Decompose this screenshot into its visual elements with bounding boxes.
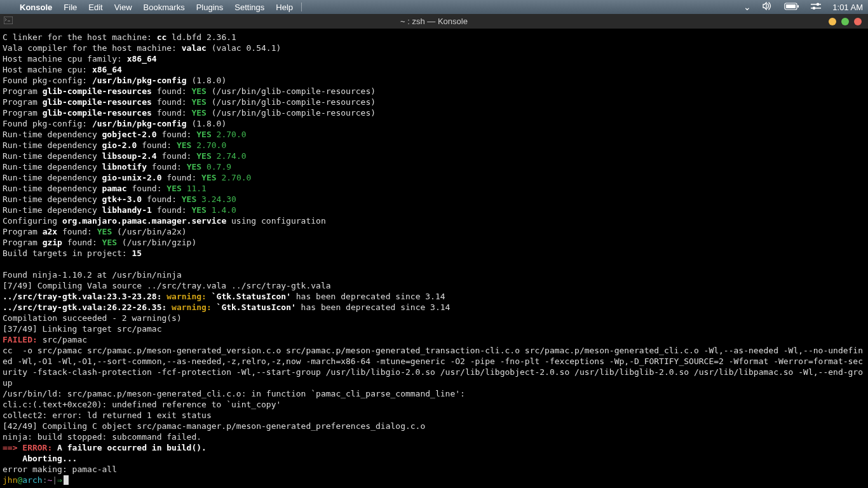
terminal-line: Run-time dependency libnotify found: YES… [3, 161, 865, 172]
terminal-line: cc -o src/pamac src/pamac.p/meson-genera… [3, 345, 865, 388]
terminal-line: Found ninja-1.10.2 at /usr/bin/ninja [3, 269, 865, 280]
menu-bookmarks[interactable]: Bookmarks [138, 3, 191, 12]
terminal-line: error making: pamac-all [3, 464, 865, 475]
window-controls [829, 18, 868, 25]
svg-rect-2 [797, 5, 799, 8]
terminal-line: [7/49] Compiling Vala source ../src/tray… [3, 280, 865, 291]
terminal-viewport[interactable]: C linker for the host machine: cc ld.bfd… [0, 29, 868, 488]
menu-view[interactable]: View [109, 3, 138, 12]
menubar-left: Konsole File Edit View Bookmarks Plugins… [5, 3, 302, 12]
terminal-line: Host machine cpu family: x86_64 [3, 53, 865, 64]
terminal-line: Host machine cpu: x86_64 [3, 64, 865, 75]
terminal-line [3, 259, 865, 269]
terminal-line: Found pkg-config: /usr/bin/pkg-config (1… [3, 118, 865, 129]
terminal-line: Run-time dependency libhandy-1 found: YE… [3, 205, 865, 215]
system-menubar: Konsole File Edit View Bookmarks Plugins… [0, 0, 868, 14]
terminal-line: FAILED: src/pamac [3, 334, 865, 345]
volume-icon[interactable] [763, 2, 773, 12]
terminal-line: Program glib-compile-resources found: YE… [3, 86, 865, 97]
svg-rect-3 [811, 4, 821, 5]
svg-point-6 [813, 6, 816, 10]
terminal-line: Aborting... [3, 453, 865, 464]
terminal-line: Program glib-compile-resources found: YE… [3, 107, 865, 118]
svg-rect-1 [786, 4, 796, 8]
terminal-line: Configuring org.manjaro.pamac.manager.se… [3, 215, 865, 226]
menu-file[interactable]: File [58, 3, 83, 12]
close-button[interactable] [854, 18, 862, 25]
menu-edit[interactable]: Edit [83, 3, 108, 12]
menu-settings[interactable]: Settings [229, 3, 270, 12]
minimize-button[interactable] [829, 18, 836, 25]
control-center-icon[interactable] [811, 2, 821, 12]
battery-icon[interactable] [784, 2, 799, 12]
tabbar-left [0, 17, 13, 26]
terminal-line: ==> ERROR: A failure occurred in build()… [3, 442, 865, 453]
terminal-line: ninja: build stopped: subcommand failed. [3, 431, 865, 442]
window-tabbar: ~ : zsh — Konsole [0, 14, 868, 29]
terminal-line: Build targets in project: 15 [3, 248, 865, 259]
terminal-line: Vala compiler for the host machine: vala… [3, 43, 865, 53]
terminal-line: C linker for the host machine: cc ld.bfd… [3, 32, 865, 43]
terminal-line: ../src/tray-gtk.vala:26.22-26.35: warnin… [3, 302, 865, 313]
terminal-line: [42/49] Compiling C object src/pamac-man… [3, 421, 865, 431]
terminal-line: Run-time dependency gio-2.0 found: YES 2… [3, 140, 865, 151]
app-menu[interactable]: Konsole [14, 3, 58, 12]
menu-separator [301, 3, 302, 11]
prompt-line[interactable]: jhn@arch:~|⇒ [3, 475, 865, 485]
terminal-line: Run-time dependency libsoup-2.4 found: Y… [3, 151, 865, 161]
prompt-pipe: | [52, 475, 57, 485]
terminal-line: Program a2x found: YES (/usr/bin/a2x) [3, 226, 865, 237]
terminal-line: /usr/bin/ld: src/pamac.p/meson-generated… [3, 388, 865, 399]
prompt-host: arch [22, 475, 42, 485]
svg-rect-7 [4, 17, 13, 24]
cursor [64, 475, 69, 485]
terminal-line: cli.c:(.text+0xce20): undefined referenc… [3, 399, 865, 410]
maximize-button[interactable] [841, 18, 849, 25]
terminal-line: Run-time dependency pamac found: YES 11.… [3, 183, 865, 194]
chevron-down-icon[interactable]: ⌄ [743, 2, 751, 12]
terminal-line: Found pkg-config: /usr/bin/pkg-config (1… [3, 75, 865, 86]
clock[interactable]: 1:01 AM [832, 3, 863, 12]
terminal-line: Run-time dependency gtk+-3.0 found: YES … [3, 194, 865, 205]
menu-plugins[interactable]: Plugins [191, 3, 229, 12]
terminal-line: Compilation succeeded - 2 warning(s) [3, 313, 865, 323]
terminal-line: Program gzip found: YES (/usr/bin/gzip) [3, 237, 865, 248]
terminal-line: Program glib-compile-resources found: YE… [3, 97, 865, 107]
terminal-line: ../src/tray-gtk.vala:23.3-23.28: warning… [3, 291, 865, 302]
prompt-arrow-icon: ⇒ [57, 475, 62, 485]
prompt-user: jhn [3, 475, 17, 485]
terminal-line: Run-time dependency gobject-2.0 found: Y… [3, 129, 865, 140]
window-title: ~ : zsh — Konsole [400, 17, 468, 26]
menubar-right: ⌄ 1:01 AM [732, 2, 863, 12]
terminal-line: [37/49] Linking target src/pamac [3, 323, 865, 334]
terminal-line: Run-time dependency gio-unix-2.0 found: … [3, 172, 865, 183]
menu-help[interactable]: Help [270, 3, 299, 12]
terminal-tab-icon[interactable] [4, 17, 13, 26]
svg-point-5 [817, 3, 820, 6]
terminal-line: collect2: error: ld returned 1 exit stat… [3, 410, 865, 421]
svg-rect-4 [811, 8, 821, 9]
